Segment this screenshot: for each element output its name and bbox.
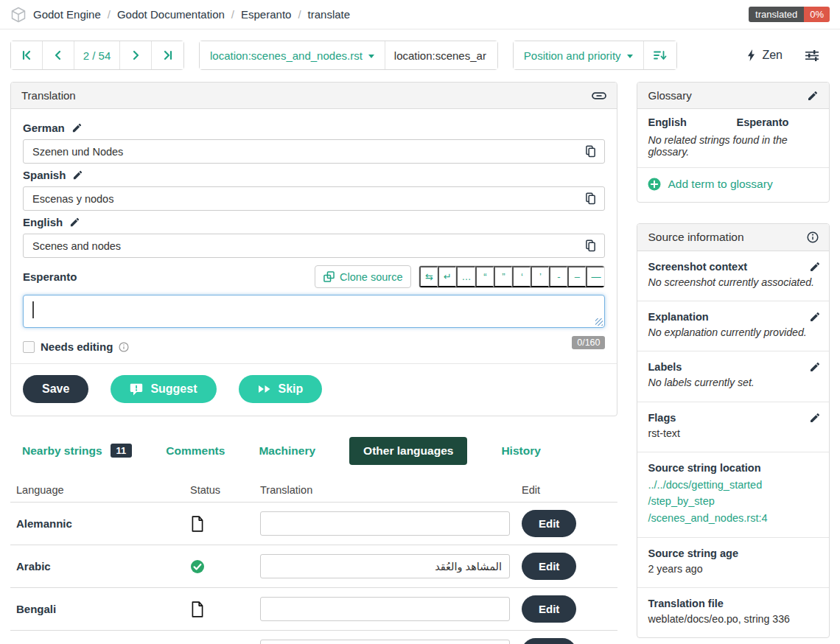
insert-en-dash-button[interactable]: – — [567, 266, 586, 287]
language-name: Bengali — [10, 588, 184, 631]
explanation-section: Explanation No explanation currently pro… — [637, 301, 829, 351]
edit-pencil-icon[interactable] — [72, 169, 83, 181]
english-translation-input[interactable] — [25, 240, 584, 252]
tab-other-languages[interactable]: Other languages — [349, 437, 467, 465]
edit-button[interactable]: Edit — [522, 553, 576, 580]
section-text: 2 years ago — [648, 562, 819, 576]
save-label: Save — [42, 382, 69, 396]
source-location-link[interactable]: /scenes_and_nodes.rst:4 — [648, 510, 819, 526]
save-button[interactable]: Save — [23, 375, 88, 403]
last-string-button[interactable] — [152, 41, 183, 69]
top-bar: Godot Engine / Godot Documentation / Esp… — [0, 0, 840, 29]
insert-open-quote-button[interactable]: “ — [475, 266, 494, 287]
section-title: Labels — [648, 361, 819, 373]
translation-panel: Translation German — [10, 82, 617, 416]
esperanto-label: Esperanto — [23, 270, 77, 283]
search-filter-label: location:scenes_and_nodes.rst — [210, 49, 363, 62]
other-languages-table: Language Status Translation Edit Alemann… — [10, 478, 617, 644]
table-row: Bengali Edit — [10, 588, 617, 631]
glossary-empty-note: No related strings found in the glossary… — [637, 130, 829, 168]
pagination-group: 2 / 54 — [10, 41, 184, 70]
flags-section: Flags rst-text — [637, 402, 829, 452]
permalink-icon[interactable] — [592, 91, 606, 100]
translated-check-icon — [190, 559, 248, 575]
chevron-down-icon — [627, 55, 633, 58]
translated-progress-badge: translated 0% — [749, 7, 830, 22]
insert-close-quote-button[interactable]: ” — [494, 266, 512, 287]
edit-button[interactable]: Edit — [522, 638, 576, 644]
tab-history[interactable]: History — [501, 437, 540, 465]
edit-button[interactable]: Edit — [522, 510, 576, 537]
search-filter-dropdown[interactable]: location:scenes_and_nodes.rst — [200, 41, 385, 69]
insert-open-single-quote-button[interactable]: ‘ — [512, 266, 531, 287]
edit-pencil-icon[interactable] — [809, 361, 821, 373]
insert-ellipsis-button[interactable]: … — [456, 266, 475, 287]
edit-pencil-icon[interactable] — [809, 311, 821, 323]
breadcrumb-component[interactable]: Godot Documentation — [117, 8, 225, 21]
tab-nearby-strings[interactable]: Nearby strings 11 — [22, 436, 132, 465]
translation-file-section: Translation file weblate/docs/eo.po, str… — [637, 588, 829, 637]
special-characters-toolbar: ⇆ ↵ … “ ” ‘ ’ - – — — [419, 265, 605, 288]
suggest-button[interactable]: Suggest — [111, 375, 216, 403]
edit-pencil-icon[interactable] — [71, 122, 83, 133]
settings-sliders-icon[interactable] — [805, 49, 819, 62]
breadcrumb-language[interactable]: Esperanto — [241, 8, 291, 21]
breadcrumb-project[interactable]: Godot Engine — [33, 8, 101, 21]
translation-input[interactable] — [260, 511, 510, 536]
esperanto-translation-textarea[interactable] — [23, 295, 605, 328]
glossary-panel: Glossary English Esperanto No related st… — [637, 82, 830, 203]
clone-source-button[interactable]: Clone source — [315, 265, 411, 288]
search-input[interactable] — [385, 41, 497, 69]
insert-newline-button[interactable]: ↵ — [438, 266, 456, 287]
spanish-translation-input[interactable] — [25, 193, 584, 205]
copy-icon[interactable] — [584, 191, 598, 206]
insert-close-single-quote-button[interactable]: ’ — [531, 266, 549, 287]
edit-pencil-icon[interactable] — [809, 261, 821, 273]
add-term-to-glossary-button[interactable]: Add term to glossary — [637, 168, 829, 202]
zen-mode-button[interactable]: Zen — [747, 49, 783, 62]
tab-label: Other languages — [363, 444, 453, 458]
sort-direction-button[interactable] — [644, 41, 676, 69]
tab-label: Comments — [166, 444, 225, 458]
section-text: No screenshot currently associated. — [648, 276, 819, 290]
section-text: rst-text — [648, 427, 819, 441]
source-location-link[interactable]: ../../docs/getting_started — [648, 477, 819, 493]
sort-order-dropdown[interactable]: Position and priority — [514, 41, 644, 69]
source-location-link[interactable]: /step_by_step — [648, 493, 819, 509]
edit-pencil-icon[interactable] — [809, 412, 821, 424]
source-string-age-section: Source string age 2 years ago — [637, 538, 829, 588]
search-group: location:scenes_and_nodes.rst — [199, 41, 498, 70]
copy-icon[interactable] — [584, 238, 598, 253]
translation-input[interactable] — [260, 640, 510, 644]
tab-machinery[interactable]: Machinery — [259, 437, 315, 465]
insert-tab-button[interactable]: ⇆ — [419, 266, 438, 287]
edit-pencil-icon[interactable] — [69, 217, 80, 228]
previous-string-button[interactable] — [43, 41, 74, 69]
insert-em-dash-button[interactable]: — — [586, 266, 604, 287]
info-icon[interactable] — [807, 231, 819, 243]
insert-hyphen-button[interactable]: - — [549, 266, 567, 287]
first-string-button[interactable] — [11, 41, 43, 69]
breadcrumb-separator: / — [231, 8, 234, 21]
section-title: Source string location — [648, 462, 819, 474]
breadcrumb-separator: / — [298, 8, 301, 21]
edit-pencil-icon[interactable] — [807, 90, 819, 102]
edit-button[interactable]: Edit — [522, 595, 576, 623]
labels-section: Labels No labels currently set. — [637, 351, 829, 402]
german-translation-input[interactable] — [25, 146, 584, 158]
tab-label: Machinery — [259, 444, 315, 458]
chevron-down-icon — [368, 55, 374, 58]
tab-comments[interactable]: Comments — [166, 437, 225, 465]
translation-input[interactable] — [260, 597, 510, 621]
next-string-button[interactable] — [120, 41, 152, 69]
needs-editing-checkbox[interactable] — [23, 341, 35, 353]
english-label: English — [23, 216, 63, 228]
suggest-bubble-icon — [130, 383, 143, 396]
language-name: Alemannic — [10, 503, 184, 545]
info-icon[interactable] — [119, 342, 129, 352]
copy-icon[interactable] — [584, 144, 598, 159]
translation-input[interactable] — [260, 554, 510, 578]
textarea-resize-handle[interactable] — [595, 318, 603, 326]
clone-source-label: Clone source — [340, 271, 402, 283]
skip-button[interactable]: Skip — [239, 375, 323, 403]
